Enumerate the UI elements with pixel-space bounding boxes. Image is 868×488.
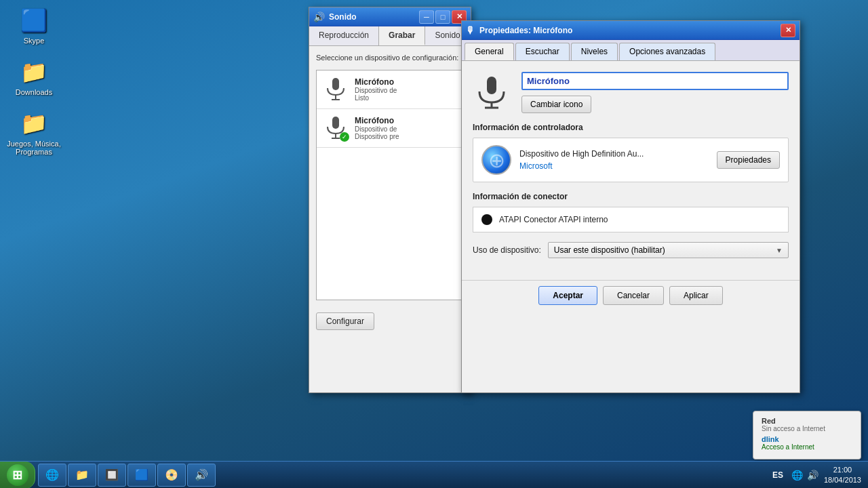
prop-mic-icon — [473, 74, 511, 112]
sonido-tabs: Reproducción Grabar Sonido — [309, 26, 471, 46]
taskbar-app-5[interactable]: 📀 — [157, 464, 186, 487]
notification-popup: Red Sin acceso a Internet dlink Acceso a… — [753, 411, 861, 460]
prop-tab-niveles[interactable]: Niveles — [571, 43, 618, 60]
uso-dispositivo-select[interactable]: Usar este dispositivo (habilitar) ▼ — [548, 242, 789, 258]
sonido-maximize-btn[interactable]: □ — [435, 10, 450, 24]
prop-tabs: General Escuchar Niveles Opciones avanza… — [462, 40, 800, 61]
controller-manufacturer-link[interactable]: Microsoft — [519, 161, 553, 171]
prop-tab-escuchar[interactable]: Escuchar — [515, 43, 570, 60]
cancelar-button[interactable]: Cancelar — [603, 286, 664, 305]
taskbar-sys: ES 🌐 🔊 21:00 18/04/2013 — [763, 465, 868, 485]
start-button[interactable]: ⊞ — [0, 462, 35, 489]
sonido-description: Seleccione un dispositivo de configuraci… — [316, 53, 464, 63]
connector-section-title: Información de conector — [473, 192, 789, 201]
network-item-2: dlink Acceso a Internet — [762, 435, 852, 451]
taskbar-app-audio[interactable]: 🔊 — [187, 464, 216, 487]
desktop-icon-downloads-label: Downloads — [16, 88, 52, 96]
device-item-2[interactable]: ✓ Micrófono Dispositivo de Dispositivo p… — [317, 109, 463, 148]
globe-lines-decoration: ⊕ — [483, 146, 510, 174]
language-indicator: ES — [770, 469, 786, 481]
chrome-taskbar-icon: 🌐 — [45, 468, 59, 481]
desktop-icons: 🟦 Skype 📁 Downloads 📁 Juegos, Música, Pr… — [7, 7, 61, 156]
controller-icon: ⊕ — [481, 145, 511, 175]
taskbar: ⊞ 🌐 📁 🔲 🟦 📀 🔊 ES 🌐 🔊 21:00 18/04/2013 — [0, 461, 868, 488]
skype-taskbar-icon: 🟦 — [135, 468, 149, 481]
svg-rect-0 — [332, 78, 339, 90]
volume-sys-icon[interactable]: 🔊 — [807, 470, 818, 481]
connector-item: ATAPI Conector ATAPI interno — [481, 214, 780, 225]
cambiar-icono-button[interactable]: Cambiar icono — [521, 96, 591, 113]
propiedades-title-icon: 🎙 — [466, 25, 475, 36]
aceptar-button[interactable]: Aceptar — [538, 286, 597, 305]
sonido-window: 🔊 Sonido ─ □ ✕ Reproducción Grabar Sonid… — [309, 7, 471, 393]
connector-dot — [481, 214, 492, 225]
connector-section: ATAPI Conector ATAPI interno — [473, 207, 789, 232]
device-icon-1 — [322, 76, 349, 103]
controller-section: ⊕ Dispositivo de High Definition Au... M… — [473, 138, 789, 182]
downloads-folder-icon: 📁 — [20, 58, 47, 85]
desktop-icon-skype-label: Skype — [24, 37, 45, 45]
taskbar-date: 18/04/2013 — [824, 475, 861, 485]
propiedades-titlebar[interactable]: 🎙 Propiedades: Micrófono ✕ — [462, 21, 800, 40]
desktop-icon-music-label: Juegos, Música, Programas — [7, 140, 61, 156]
taskbar-app-explorer[interactable]: 📁 — [68, 464, 96, 487]
desktop-icon-music[interactable]: 📁 Juegos, Música, Programas — [7, 110, 61, 156]
propiedades-btn[interactable]: Propiedades — [717, 151, 780, 169]
device-icon-2: ✓ — [322, 115, 349, 142]
desktop-icon-downloads[interactable]: 📁 Downloads — [7, 58, 61, 96]
prop-tab-opciones[interactable]: Opciones avanzadas — [619, 43, 715, 60]
taskbar-app-3[interactable]: 🔲 — [98, 464, 126, 487]
music-folder-icon: 📁 — [20, 110, 47, 137]
prop-footer: Aceptar Cancelar Aplicar — [462, 280, 800, 310]
network-sys-icon[interactable]: 🌐 — [791, 470, 803, 481]
network-item-1: Red Sin acceso a Internet — [762, 417, 852, 432]
taskbar-time: 21:00 — [824, 465, 861, 474]
prop-name-input[interactable] — [521, 72, 789, 90]
controller-text: Dispositivo de High Definition Au... Mic… — [519, 149, 709, 171]
sonido-minimize-btn[interactable]: ─ — [419, 10, 434, 24]
sonido-titlebar[interactable]: 🔊 Sonido ─ □ ✕ — [309, 7, 471, 26]
sonido-device-list: Micrófono Dispositivo de Listo ✓ — [316, 70, 464, 300]
device-info-1: Micrófono Dispositivo de Listo — [355, 77, 397, 102]
uso-dropdown-arrow: ▼ — [776, 247, 783, 254]
device-item-1[interactable]: Micrófono Dispositivo de Listo — [317, 70, 463, 109]
skype-icon: 🟦 — [20, 7, 47, 34]
prop-tab-general[interactable]: General — [465, 43, 514, 60]
propiedades-window: 🎙 Propiedades: Micrófono ✕ General Escuc… — [461, 20, 800, 393]
prop-header: Cambiar icono — [473, 72, 789, 113]
desktop-icon-skype[interactable]: 🟦 Skype — [7, 7, 61, 45]
aplicar-button[interactable]: Aplicar — [669, 286, 723, 305]
svg-rect-6 — [487, 77, 496, 94]
taskbar-app-skype[interactable]: 🟦 — [127, 464, 156, 487]
controller-section-title: Información de controladora — [473, 123, 789, 132]
propiedades-controls: ✕ — [781, 24, 795, 37]
sonido-content: Seleccione un dispositivo de configuraci… — [309, 46, 471, 307]
taskbar-apps: 🌐 📁 🔲 🟦 📀 🔊 — [35, 462, 218, 488]
sonido-title-text: Sonido — [329, 12, 419, 22]
explorer-taskbar-icon: 📁 — [75, 468, 89, 481]
tab-reproduccion[interactable]: Reproducción — [309, 26, 379, 45]
device-info-2: Micrófono Dispositivo de Dispositivo pre — [355, 116, 399, 140]
uso-dispositivo-row: Uso de dispositivo: Usar este dispositiv… — [473, 242, 789, 258]
app5-taskbar-icon: 📀 — [165, 468, 178, 481]
configurar-button[interactable]: Configurar — [316, 312, 374, 330]
svg-rect-3 — [332, 117, 339, 129]
windows-orb: ⊞ — [7, 464, 28, 486]
taskbar-clock[interactable]: 21:00 18/04/2013 — [824, 465, 861, 485]
connector-text: ATAPI Conector ATAPI interno — [499, 215, 608, 224]
sonido-title-icon: 🔊 — [313, 12, 325, 22]
uso-dispositivo-value: Usar este dispositivo (habilitar) — [554, 245, 665, 255]
propiedades-close-btn[interactable]: ✕ — [781, 24, 795, 37]
globe-icon: ⊕ — [481, 145, 511, 175]
sonido-controls: ─ □ ✕ — [419, 10, 467, 24]
tab-grabar[interactable]: Grabar — [379, 26, 425, 45]
audio-taskbar-icon: 🔊 — [195, 468, 208, 481]
taskbar-sys-icons: 🌐 🔊 — [791, 470, 818, 481]
controller-info: ⊕ Dispositivo de High Definition Au... M… — [481, 145, 780, 175]
taskbar-app-chrome[interactable]: 🌐 — [38, 464, 66, 487]
app3-taskbar-icon: 🔲 — [105, 468, 119, 481]
prop-name-field: Cambiar icono — [521, 72, 789, 113]
controller-device-name: Dispositivo de High Definition Au... — [519, 149, 709, 159]
prop-content: Cambiar icono Información de controlador… — [462, 61, 800, 280]
sonido-footer: Configurar — [309, 307, 471, 336]
